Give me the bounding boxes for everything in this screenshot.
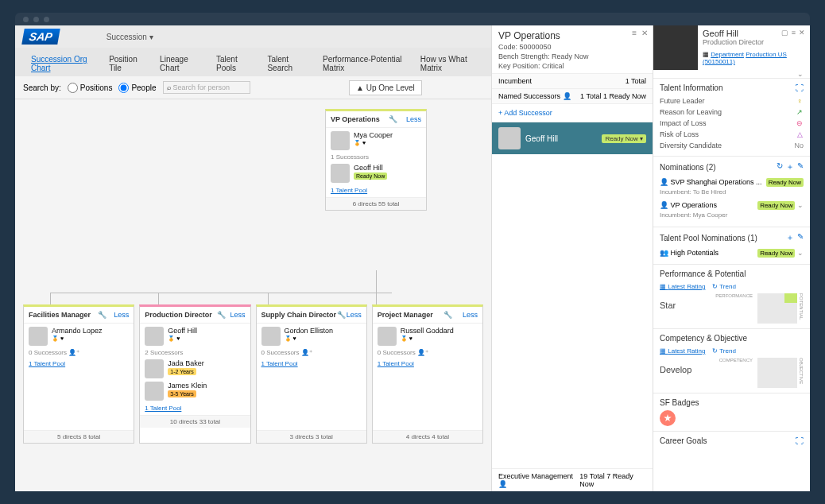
talent-pool-link[interactable]: 1 Talent Pool [145,405,181,412]
avatar [145,382,164,401]
section-perf-potential: Performance & Potential [660,269,746,278]
card-title: Facilities Manager [29,311,91,319]
less-link[interactable]: Less [230,311,245,319]
wrench-icon[interactable]: 🔧 [389,115,397,123]
add-icon[interactable]: ＋ [786,232,794,243]
performance-grid [757,293,797,324]
add-successor-button[interactable]: + Add Successor [492,103,653,122]
latest-rating-link[interactable]: ▦ Latest Rating [660,347,705,355]
window-icon[interactable]: ▢ [781,29,788,37]
arrow-up-icon: ↗ [796,108,804,116]
tab-talent-pools[interactable]: Talent Pools [208,51,258,76]
less-link[interactable]: Less [347,311,362,319]
badge-icons: 🏅♥ [401,335,454,342]
expand-icon[interactable]: ⛶ [796,436,804,445]
badge-icons: 🏅♥ [52,335,103,342]
tab-talent-search[interactable]: Talent Search [259,51,313,76]
radio-people-label: People [131,83,156,92]
readiness-chip: Ready Now [757,201,795,210]
search-by-label: Search by: [23,83,61,92]
trend-link[interactable]: ↻ Trend [712,283,736,290]
avatar [331,131,350,150]
less-link[interactable]: Less [406,115,421,123]
people-icon: 👥 [660,249,668,257]
tab-succession-org-chart[interactable]: Succession Org Chart [23,51,99,76]
successors-count: 0 Successors [378,349,416,356]
readiness-dropdown[interactable]: Ready Now ▾ [602,134,646,143]
edit-icon[interactable]: ✎ [797,232,804,243]
successors-count: 0 Successors [29,349,67,356]
less-link[interactable]: Less [114,311,129,319]
card-vp-operations[interactable]: VP Operations🔧Less Mya Cooper🏅♥ 1 Succes… [325,109,427,211]
department-link[interactable]: Department [711,51,744,58]
ti-impact-loss: Impact of Loss [660,119,707,127]
latest-rating-link[interactable]: ▦ Latest Rating [660,283,705,290]
chevron-down-icon[interactable]: ⌄ [797,201,804,209]
chevron-down-icon[interactable]: ⌄ [653,70,810,78]
selected-successor[interactable]: Geoff Hill Ready Now ▾ [492,122,653,154]
add-icon[interactable]: ＋ [786,161,794,173]
topbar: SAP Succession ▾ [15,25,491,48]
radio-people[interactable] [118,83,129,93]
history-icon[interactable]: ↻ [777,161,783,173]
avatar [29,327,48,346]
tabs: Succession Org Chart Position Tile Linea… [15,48,491,76]
card-supply-chain-director[interactable]: Supply Chain Director🔧Less Gordon Ellist… [256,304,367,444]
named-successors-total: 1 Total 1 Ready Now [580,92,646,100]
edit-icon[interactable]: ✎ [797,161,804,173]
close-icon[interactable]: ✕ [641,29,648,37]
wrench-icon[interactable]: 🔧 [443,311,452,319]
talent-pool-link[interactable]: 1 Talent Pool [331,187,367,194]
nomination-1: SVP Shanghai Operations ... [671,178,762,186]
search-input[interactable]: ⌕Search for person [163,81,250,94]
person-icon: 👤 [660,178,668,186]
search-icon: ⌕ [167,83,171,91]
readiness-chip: Ready Now [354,173,387,180]
expand-icon[interactable]: ⛶ [796,83,804,92]
up-one-level-button[interactable]: ▲ Up One Level [349,80,422,95]
successor-name: Geoff Hill [525,134,558,143]
ti-reason-leaving: Reason for Leaving [660,108,722,116]
wrench-icon[interactable]: 🔧 [217,311,226,319]
readiness-chip: 1-2 Years [168,368,196,375]
radio-positions-label: Positions [80,83,113,92]
card-production-director[interactable]: Production Director🔧Less Geoff Hill🏅♥ 2 … [139,304,250,444]
avatar [331,164,350,183]
ti-future-leader: Future Leader [660,97,705,105]
card-footer: 5 directs 8 total [24,430,134,443]
org-chart: VP Operations🔧Less Mya Cooper🏅♥ 1 Succes… [15,99,491,491]
talent-pool-link[interactable]: 1 Talent Pool [261,360,298,367]
close-icon[interactable]: ✕ [799,29,805,37]
tab-lineage-chart[interactable]: Lineage Chart [152,51,207,76]
avatar [145,359,164,378]
card-footer: 4 directs 4 total [373,430,482,443]
avatar [653,25,698,70]
successor-name: Jada Baker [168,359,204,367]
menu-icon[interactable]: ≡ [632,29,637,37]
radio-positions[interactable] [68,83,78,93]
wrench-icon[interactable]: 🔧 [98,311,107,319]
incumbent-name: Mya Cooper [354,131,393,139]
add-successor-icon[interactable]: 👤⁺ [417,349,428,356]
add-successor-icon[interactable]: 👤⁺ [301,349,312,356]
tab-how-vs-what-matrix[interactable]: How vs What Matrix [412,51,483,76]
minus-circle-icon: ⊖ [796,119,804,127]
trend-link[interactable]: ↻ Trend [712,347,736,355]
talent-pool-link[interactable]: 1 Talent Pool [29,360,65,367]
breadcrumb[interactable]: Succession ▾ [107,33,153,41]
ti-diversity: Diversity Candidate [660,142,722,149]
person-role: Production Director [703,38,807,46]
chevron-down-icon[interactable]: ⌄ [797,249,804,257]
tab-perf-potential-matrix[interactable]: Performance-Potential Matrix [315,51,411,76]
add-successor-icon[interactable]: 👤⁺ [68,349,79,356]
wrench-icon[interactable]: 🔧 [337,311,346,319]
incumbent-name: Gordon Elliston [285,327,334,335]
org-icon: ▦ [703,51,709,58]
tab-position-tile[interactable]: Position Tile [101,51,150,76]
menu-icon[interactable]: ≡ [792,29,796,37]
card-facilities-manager[interactable]: Facilities Manager🔧Less Armando Lopez🏅♥ … [23,304,134,444]
less-link[interactable]: Less [463,311,478,319]
talent-card-panel: ▢≡✕ Geoff Hill Production Director ▦ Dep… [653,25,810,491]
talent-pool-link[interactable]: 1 Talent Pool [378,360,414,367]
card-project-manager[interactable]: Project Manager🔧Less Russell Goddard🏅♥ 0… [372,304,483,444]
